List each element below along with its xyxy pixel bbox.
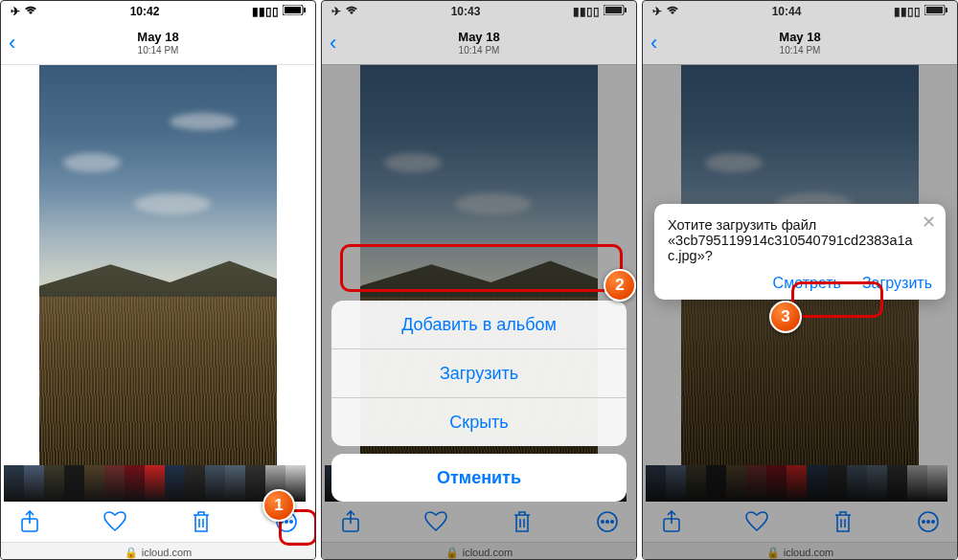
thumbnail[interactable]	[145, 465, 165, 502]
header: ‹ May 18 10:14 PM	[643, 22, 957, 65]
thumbnail	[827, 465, 847, 502]
status-time: 10:42	[130, 5, 160, 18]
thumbnail[interactable]	[44, 465, 64, 502]
airplane-icon: ✈	[11, 5, 20, 18]
back-button[interactable]: ‹	[330, 31, 336, 56]
dialog-message: Хотите загрузить файл «3cb795119914c3105…	[668, 217, 932, 263]
more-button	[596, 510, 619, 533]
marker-3: 3	[769, 301, 802, 333]
svg-rect-2	[304, 8, 306, 12]
thumbnail[interactable]	[205, 465, 225, 502]
share-button	[339, 510, 362, 533]
header-date: May 18	[458, 31, 499, 45]
dialog-close-button[interactable]: ✕	[922, 212, 936, 233]
address-text: icloud.com	[463, 547, 513, 558]
svg-point-14	[606, 521, 608, 523]
thumbnail	[867, 465, 887, 502]
svg-point-13	[602, 521, 604, 523]
lock-icon: 🔒	[125, 547, 138, 559]
header: ‹ May 18 10:14 PM	[322, 22, 636, 65]
address-text: icloud.com	[784, 547, 834, 558]
thumbnail[interactable]	[245, 465, 265, 502]
screen-1: ✈ 10:42 ▮▮▯▯ ‹ May 18 10:14 PM	[0, 0, 316, 560]
thumbnail	[706, 465, 726, 502]
marker-2: 2	[604, 269, 636, 302]
thumbnail	[666, 465, 686, 502]
thumbnail[interactable]	[84, 465, 104, 502]
share-button	[660, 510, 683, 533]
status-bar: ✈ 10:42 ▮▮▯▯	[1, 1, 315, 22]
back-button[interactable]: ‹	[9, 31, 15, 56]
lock-icon: 🔒	[445, 547, 459, 559]
action-add-to-album[interactable]: Добавить в альбом	[331, 301, 627, 348]
thumbnail	[907, 465, 927, 502]
trash-button	[832, 510, 855, 533]
trash-button	[511, 510, 534, 533]
thumbnail	[766, 465, 787, 502]
address-bar: 🔒 icloud.com	[322, 542, 636, 560]
thumbnail[interactable]	[64, 465, 84, 502]
thumbnail[interactable]	[104, 465, 125, 502]
toolbar	[643, 502, 957, 542]
thumbnail	[746, 465, 766, 502]
header: ‹ May 18 10:14 PM	[1, 22, 315, 65]
thumbnail[interactable]	[225, 465, 245, 502]
wifi-icon	[24, 5, 37, 18]
header-date: May 18	[137, 31, 178, 45]
thumbnail	[646, 465, 666, 502]
address-bar[interactable]: 🔒 icloud.com	[1, 542, 315, 560]
action-hide[interactable]: Скрыть	[331, 397, 627, 446]
toolbar	[322, 502, 636, 542]
thumbnail	[887, 465, 907, 502]
battery-icon	[283, 5, 306, 18]
address-text: icloud.com	[142, 547, 193, 558]
header-time: 10:14 PM	[458, 45, 499, 56]
svg-point-23	[932, 521, 934, 523]
more-button	[917, 510, 940, 533]
address-bar: 🔒 icloud.com	[643, 542, 957, 560]
thumbnail	[807, 465, 827, 502]
action-cancel[interactable]: Отменить	[331, 454, 627, 502]
back-button[interactable]: ‹	[650, 31, 657, 56]
thumbnail[interactable]	[24, 465, 44, 502]
header-time: 10:14 PM	[137, 45, 178, 56]
action-sheet: Добавить в альбом Загрузить Скрыть Отмен…	[331, 301, 627, 502]
thumbnails	[643, 465, 957, 502]
screen-2: ✈ 10:43 ▮▮▯▯ ‹ May 18 10:14 PM 🔒 icloud.…	[321, 0, 637, 560]
svg-rect-1	[285, 7, 301, 13]
header-time: 10:14 PM	[779, 45, 820, 56]
heart-button[interactable]	[103, 510, 126, 533]
thumbnail	[726, 465, 746, 502]
screen-3: ✈ 10:44 ▮▮▯▯ ‹ May 18 10:14 PM 🔒 icloud.…	[642, 0, 958, 560]
photo-area[interactable]	[1, 65, 315, 465]
thumbnail	[686, 465, 706, 502]
thumbnail[interactable]	[165, 465, 185, 502]
action-download[interactable]: Загрузить	[331, 348, 627, 397]
svg-point-22	[927, 521, 929, 523]
thumbnail	[787, 465, 807, 502]
marker-1: 1	[262, 489, 295, 522]
heart-button	[424, 510, 447, 533]
svg-point-15	[611, 521, 613, 523]
photo	[39, 65, 277, 465]
thumbnail	[847, 465, 867, 502]
thumbnail[interactable]	[4, 465, 24, 502]
highlight-2	[340, 244, 623, 292]
signal-icon: ▮▮▯▯	[252, 5, 279, 18]
thumbnail	[927, 465, 947, 502]
header-date: May 18	[779, 31, 820, 45]
lock-icon: 🔒	[766, 547, 780, 559]
share-button[interactable]	[18, 510, 41, 533]
heart-button	[745, 510, 768, 533]
thumbnail[interactable]	[125, 465, 145, 502]
thumbnail[interactable]	[185, 465, 205, 502]
trash-button[interactable]	[190, 510, 213, 533]
svg-point-21	[923, 521, 924, 523]
highlight-3	[791, 281, 883, 318]
